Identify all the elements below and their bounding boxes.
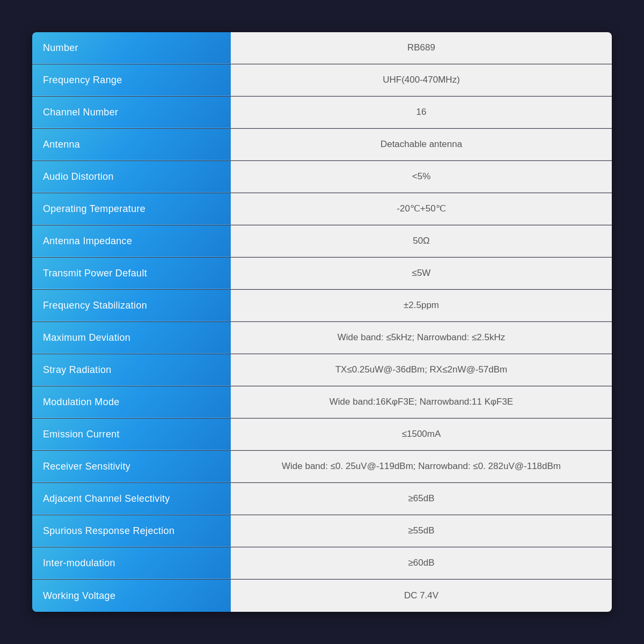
label-text: Inter-modulation [43, 558, 115, 569]
cell-value: ±2.5ppm [231, 290, 612, 321]
table-row: Antenna Impedance50Ω [32, 225, 612, 258]
cell-label: Frequency Range [32, 64, 231, 96]
cell-value: TX≤0.25uW@-36dBm; RX≤2nW@-57dBm [231, 354, 612, 386]
cell-label: Receiver Sensitivity [32, 451, 231, 482]
table-row: Working VoltageDC 7.4V [32, 580, 612, 612]
cell-value: ≥65dB [231, 483, 612, 515]
cell-label: Spurious Response Rejection [32, 515, 231, 547]
cell-label: Number [32, 32, 231, 64]
table-row: NumberRB689 [32, 32, 612, 64]
table-row: Audio Distortion<5% [32, 161, 612, 193]
value-text: Wide band:16KφF3E; Narrowband:11 KφF3E [330, 396, 513, 408]
cell-value: UHF(400-470MHz) [231, 64, 612, 96]
table-row: Channel Number16 [32, 97, 612, 129]
label-text: Audio Distortion [43, 171, 114, 182]
label-text: Receiver Sensitivity [43, 461, 130, 472]
value-text: 50Ω [413, 235, 430, 247]
label-text: Spurious Response Rejection [43, 525, 174, 537]
cell-label: Working Voltage [32, 580, 231, 612]
value-text: ≥65dB [408, 492, 434, 505]
cell-value: Wide band: ≤0. 25uV@-119dBm; Narrowband:… [231, 451, 612, 482]
cell-label: Antenna [32, 129, 231, 160]
label-text: Adjacent Channel Selectivity [43, 493, 170, 504]
label-text: Antenna Impedance [43, 236, 132, 247]
value-text: Detachable antenna [380, 138, 462, 151]
value-text: UHF(400-470MHz) [383, 74, 460, 86]
value-text: ≥60dB [408, 557, 434, 569]
value-text: <5% [412, 170, 431, 183]
table-row: Frequency Stabilization±2.5ppm [32, 290, 612, 322]
cell-label: Modulation Mode [32, 386, 231, 418]
cell-label: Audio Distortion [32, 161, 231, 193]
label-text: Operating Temperature [43, 203, 145, 215]
cell-value: 16 [231, 97, 612, 128]
label-text: Stray Radiation [43, 364, 112, 376]
label-text: Transmit Power Default [43, 268, 147, 279]
table-row: Adjacent Channel Selectivity≥65dB [32, 483, 612, 515]
cell-value: Wide band:16KφF3E; Narrowband:11 KφF3E [231, 386, 612, 418]
cell-value: Detachable antenna [231, 129, 612, 160]
spec-table: NumberRB689Frequency RangeUHF(400-470MHz… [32, 32, 612, 612]
cell-label: Stray Radiation [32, 354, 231, 386]
label-text: Number [43, 42, 78, 54]
value-text: ≥55dB [408, 524, 434, 537]
label-text: Emission Current [43, 429, 120, 440]
table-row: Emission Current≤1500mA [32, 419, 612, 451]
label-text: Antenna [43, 139, 80, 150]
table-row: Maximum DeviationWide band: ≤5kHz; Narro… [32, 322, 612, 354]
table-row: Spurious Response Rejection≥55dB [32, 515, 612, 547]
value-text: DC 7.4V [404, 589, 438, 602]
cell-label: Emission Current [32, 419, 231, 450]
cell-value: ≤1500mA [231, 419, 612, 450]
label-text: Frequency Range [43, 75, 122, 86]
cell-label: Channel Number [32, 97, 231, 128]
cell-value: -20℃+50℃ [231, 193, 612, 225]
cell-value: <5% [231, 161, 612, 193]
value-text: -20℃+50℃ [397, 202, 445, 215]
table-row: Frequency RangeUHF(400-470MHz) [32, 64, 612, 97]
value-text: ≤5W [412, 267, 431, 280]
cell-label: Inter-modulation [32, 547, 231, 579]
table-row: Receiver SensitivityWide band: ≤0. 25uV@… [32, 451, 612, 483]
value-text: ≤1500mA [402, 428, 441, 441]
value-text: TX≤0.25uW@-36dBm; RX≤2nW@-57dBm [335, 363, 508, 376]
cell-label: Maximum Deviation [32, 322, 231, 354]
table-row: Inter-modulation≥60dB [32, 547, 612, 580]
cell-value: ≤5W [231, 258, 612, 289]
table-row: Modulation ModeWide band:16KφF3E; Narrow… [32, 386, 612, 419]
label-text: Channel Number [43, 107, 118, 118]
value-text: Wide band: ≤5kHz; Narrowband: ≤2.5kHz [338, 331, 506, 344]
cell-label: Operating Temperature [32, 193, 231, 225]
cell-label: Adjacent Channel Selectivity [32, 483, 231, 515]
table-row: Operating Temperature-20℃+50℃ [32, 193, 612, 225]
cell-label: Frequency Stabilization [32, 290, 231, 321]
label-text: Working Voltage [43, 590, 115, 602]
value-text: 16 [416, 106, 427, 119]
cell-label: Transmit Power Default [32, 258, 231, 289]
cell-label: Antenna Impedance [32, 225, 231, 257]
cell-value: DC 7.4V [231, 580, 612, 612]
value-text: Wide band: ≤0. 25uV@-119dBm; Narrowband:… [282, 460, 561, 473]
label-text: Maximum Deviation [43, 332, 130, 343]
value-text: ±2.5ppm [404, 299, 439, 312]
label-text: Frequency Stabilization [43, 300, 147, 311]
cell-value: Wide band: ≤5kHz; Narrowband: ≤2.5kHz [231, 322, 612, 354]
cell-value: RB689 [231, 32, 612, 64]
table-row: Transmit Power Default≤5W [32, 258, 612, 290]
table-row: AntennaDetachable antenna [32, 129, 612, 161]
cell-value: 50Ω [231, 225, 612, 257]
table-row: Stray RadiationTX≤0.25uW@-36dBm; RX≤2nW@… [32, 354, 612, 386]
cell-value: ≥55dB [231, 515, 612, 547]
value-text: RB689 [407, 41, 435, 54]
label-text: Modulation Mode [43, 397, 120, 408]
cell-value: ≥60dB [231, 547, 612, 579]
